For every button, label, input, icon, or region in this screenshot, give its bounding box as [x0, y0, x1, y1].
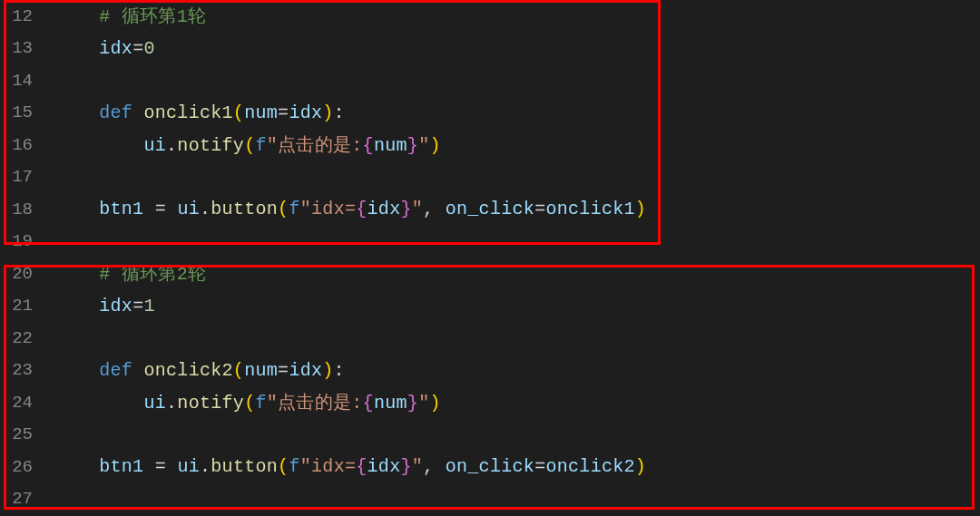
code-line[interactable]: 27 [0, 483, 980, 516]
token: = [278, 360, 289, 381]
token [143, 199, 154, 219]
token: = [534, 199, 545, 219]
code-line[interactable]: 16 ui.notify(f"点击的是:{num}") [0, 129, 980, 161]
code-editor[interactable]: 12 # 循环第1轮13 idx=01415 def onclick1(num=… [0, 0, 980, 515]
line-number: 27 [0, 489, 54, 509]
code-line[interactable]: 20 # 循环第2轮 [0, 258, 980, 290]
code-line[interactable]: 15 def onclick1(num=idx): [0, 97, 980, 130]
token: idx [289, 102, 322, 123]
code-line[interactable]: 26 btn1 = ui.button(f"idx={idx}", on_cli… [0, 451, 980, 483]
token: = [132, 38, 143, 59]
token: { [356, 199, 367, 219]
line-number: 14 [0, 71, 54, 91]
token: "idx= [300, 456, 357, 477]
code-line[interactable]: 23 def onclick2(num=idx): [0, 355, 980, 387]
token: = [155, 199, 166, 219]
code-content[interactable]: idx=1 [54, 296, 980, 316]
code-line[interactable]: 24 ui.notify(f"点击的是:{num}") [0, 386, 980, 419]
token [166, 199, 177, 219]
token: "点击的是: [267, 393, 363, 414]
code-line[interactable]: 21 idx=1 [0, 290, 980, 323]
token: idx [289, 360, 322, 381]
code-content[interactable]: btn1 = ui.button(f"idx={idx}", on_click=… [54, 456, 980, 477]
token: on_click [446, 456, 534, 477]
code-content[interactable]: def onclick2(num=idx): [54, 360, 980, 381]
line-number: 22 [0, 328, 54, 348]
token: ) [429, 393, 440, 414]
token: button [211, 199, 278, 219]
token: f [289, 456, 299, 477]
token: onclick2 [143, 360, 232, 381]
token: ( [278, 456, 289, 477]
token [143, 456, 154, 477]
token: , [423, 456, 446, 477]
code-line[interactable]: 19 [0, 226, 980, 258]
token: . [166, 393, 177, 414]
token: } [407, 393, 418, 414]
token: ) [429, 135, 440, 156]
token: btn1 [99, 199, 143, 219]
line-number: 15 [0, 102, 54, 122]
line-number: 16 [0, 135, 54, 155]
token: onclick1 [143, 102, 232, 123]
line-number: 17 [0, 167, 54, 187]
code-content[interactable]: # 循环第2轮 [54, 261, 980, 286]
line-number: 12 [0, 6, 54, 26]
token: def [99, 360, 132, 381]
code-content[interactable]: idx=0 [54, 38, 980, 59]
code-line[interactable]: 22 [0, 322, 980, 355]
code-content[interactable]: btn1 = ui.button(f"idx={idx}", on_click=… [54, 199, 980, 219]
code-line[interactable]: 14 [0, 64, 980, 97]
line-number: 21 [0, 296, 54, 316]
token: ) [635, 199, 646, 219]
token: ( [278, 199, 289, 219]
token: ui [143, 135, 166, 156]
token: ui [177, 199, 200, 219]
token: # 循环第1轮 [99, 6, 206, 27]
token: = [534, 456, 545, 477]
code-content[interactable]: # 循环第1轮 [54, 4, 980, 28]
token: } [400, 199, 411, 219]
code-line[interactable]: 13 idx=0 [0, 33, 980, 65]
token: } [400, 456, 411, 477]
token: , [423, 199, 446, 219]
token: # 循环第2轮 [99, 264, 206, 285]
token [166, 456, 177, 477]
token: = [155, 456, 166, 477]
token: = [278, 102, 289, 123]
token: : [334, 360, 345, 381]
token: " [418, 135, 429, 156]
token: ) [635, 456, 646, 477]
token: button [211, 456, 278, 477]
token: . [200, 199, 211, 219]
token: } [407, 135, 418, 156]
token: " [412, 199, 423, 219]
code-line[interactable]: 18 btn1 = ui.button(f"idx={idx}", on_cli… [0, 193, 980, 226]
token: 1 [143, 296, 154, 316]
token: { [363, 393, 374, 414]
code-content[interactable]: ui.notify(f"点击的是:{num}") [54, 132, 980, 157]
token: f [255, 135, 266, 156]
line-number: 26 [0, 457, 54, 477]
line-number: 19 [0, 231, 54, 251]
token: . [200, 456, 211, 477]
token: num [244, 360, 278, 381]
token: { [356, 456, 367, 477]
token: f [289, 199, 299, 219]
code-line[interactable]: 17 [0, 161, 980, 194]
code-line[interactable]: 25 [0, 419, 980, 452]
token: ( [244, 135, 255, 156]
code-line[interactable]: 12 # 循环第1轮 [0, 0, 980, 33]
token: " [412, 456, 423, 477]
token: ) [322, 360, 333, 381]
token: idx [99, 296, 132, 316]
token: 0 [143, 38, 154, 59]
token [132, 102, 143, 123]
token: num [244, 102, 278, 123]
token: num [374, 393, 407, 414]
token: notify [177, 393, 244, 414]
token: idx [368, 456, 401, 477]
token: btn1 [99, 456, 143, 477]
code-content[interactable]: def onclick1(num=idx): [54, 102, 980, 123]
code-content[interactable]: ui.notify(f"点击的是:{num}") [54, 390, 980, 414]
